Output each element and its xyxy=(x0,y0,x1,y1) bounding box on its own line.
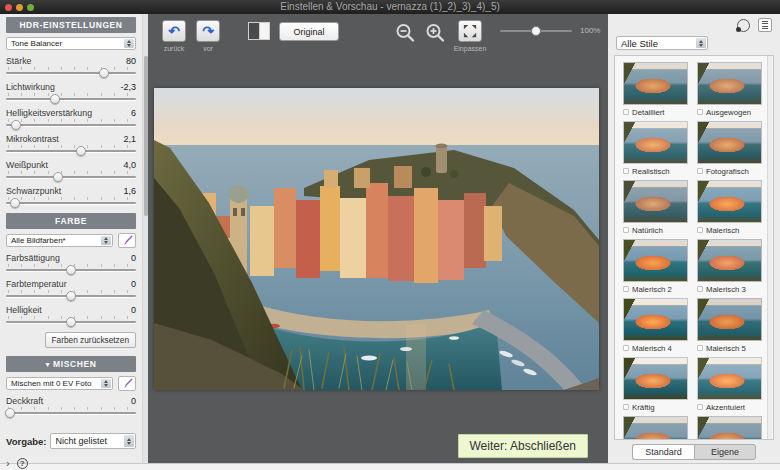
reset-colors-button[interactable]: Farben zurücksetzen xyxy=(45,332,136,348)
preset-detailliert[interactable]: Detailliert xyxy=(623,62,688,117)
preset-natuerlich[interactable]: Natürlich xyxy=(623,180,688,235)
preset-partial[interactable] xyxy=(623,416,688,440)
preset-malerisch[interactable]: Malerisch xyxy=(697,180,762,235)
slider-mikrokontrast: Mikrokontrast2,1 xyxy=(6,134,136,155)
preset-checkbox[interactable] xyxy=(623,227,629,233)
preset-thumbnail xyxy=(697,416,762,440)
window-title: Einstellen & Vorschau - vernazza (1)_2)_… xyxy=(0,0,780,14)
color-scope-select[interactable]: Alle Bildfarben* xyxy=(6,234,113,247)
slider-knob[interactable] xyxy=(10,198,20,208)
preset-checkbox[interactable] xyxy=(623,345,629,351)
preset-thumbnail xyxy=(697,357,762,400)
original-button[interactable]: Original xyxy=(279,22,339,41)
slider-knob[interactable] xyxy=(11,120,21,130)
preset-partial[interactable] xyxy=(697,416,762,440)
color-brush-button[interactable] xyxy=(118,233,136,248)
blend-select[interactable]: Mischen mit 0 EV Foto xyxy=(6,377,113,390)
preset-malerisch-4[interactable]: Malerisch 4 xyxy=(623,298,688,353)
preset-thumbnail xyxy=(623,239,688,282)
preset-checkbox[interactable] xyxy=(623,168,629,174)
slider-helligkeitsverstaerkung: Helligkeitsverstärkung6 xyxy=(6,108,136,129)
slider-knob[interactable] xyxy=(50,94,60,104)
slider-track[interactable] xyxy=(6,67,136,77)
undo-icon: ↶ xyxy=(168,24,180,38)
slider-deckkraft: Deckkraft0 xyxy=(6,396,136,417)
preset-thumbnail xyxy=(623,62,688,105)
tab-eigene[interactable]: Eigene xyxy=(694,444,756,460)
vorgabe-select[interactable]: Nicht gelistet xyxy=(50,433,136,449)
slider-track[interactable] xyxy=(6,290,136,300)
slider-schwarzpunkt: Schwarzpunkt1,6 xyxy=(6,186,136,207)
preset-thumbnail xyxy=(623,357,688,400)
preset-thumbnail xyxy=(697,180,762,223)
tab-standard[interactable]: Standard xyxy=(632,444,694,460)
preset-kraeftig[interactable]: Kräftig xyxy=(623,357,688,412)
slider-track[interactable] xyxy=(6,145,136,155)
farbe-header: FARBE xyxy=(6,213,136,229)
preset-checkbox[interactable] xyxy=(697,109,703,115)
split-preview-icon[interactable] xyxy=(737,19,750,32)
slider-staerke: Stärke80 xyxy=(6,56,136,77)
hdr-settings-header: HDR-EINSTELLUNGEN xyxy=(6,17,136,33)
preset-list-scrollbar[interactable] xyxy=(767,56,772,439)
slider-track[interactable] xyxy=(6,264,136,274)
preset-checkbox[interactable] xyxy=(697,227,703,233)
preset-checkbox[interactable] xyxy=(697,404,703,410)
photo-preview[interactable] xyxy=(154,88,599,390)
preset-checkbox[interactable] xyxy=(623,404,629,410)
preset-thumbnail xyxy=(623,121,688,164)
blend-brush-button[interactable] xyxy=(118,376,136,391)
preset-malerisch-3[interactable]: Malerisch 3 xyxy=(697,239,762,294)
tone-method-select[interactable]: Tone Balancer xyxy=(6,37,136,50)
next-finish-button[interactable]: Weiter: Abschließen xyxy=(458,434,589,458)
slider-track[interactable] xyxy=(6,119,136,129)
compare-before-after-icon[interactable] xyxy=(248,22,270,40)
preset-fotografisch[interactable]: Fotografisch xyxy=(697,121,762,176)
slider-knob[interactable] xyxy=(76,146,86,156)
preset-checkbox[interactable] xyxy=(697,286,703,292)
preset-checkbox[interactable] xyxy=(697,168,703,174)
slider-lichtwirkung: Lichtwirkung-2,3 xyxy=(6,82,136,103)
help-icon[interactable]: ? xyxy=(17,458,28,469)
preview-area: ↶ zurück ↷ vor Original xyxy=(148,14,608,463)
zoom-slider-knob[interactable] xyxy=(531,26,541,36)
preset-thumbnail xyxy=(697,121,762,164)
brush-icon xyxy=(120,378,134,389)
slider-track[interactable] xyxy=(6,407,136,417)
slider-knob[interactable] xyxy=(53,172,63,182)
preset-akzentuiert[interactable]: Akzentuiert xyxy=(697,357,762,412)
preset-malerisch-5[interactable]: Malerisch 5 xyxy=(697,298,762,353)
slider-knob[interactable] xyxy=(99,68,109,78)
preset-malerisch-2[interactable]: Malerisch 2 xyxy=(623,239,688,294)
blend-select-value: Mischen mit 0 EV Foto xyxy=(11,379,91,388)
slider-track[interactable] xyxy=(6,316,136,326)
fit-to-window-button[interactable] xyxy=(458,20,482,42)
preset-checkbox[interactable] xyxy=(623,109,629,115)
slider-knob[interactable] xyxy=(66,265,76,275)
preset-realistisch[interactable]: Realistisch xyxy=(623,121,688,176)
zoom-level-slider[interactable] xyxy=(500,30,572,32)
styles-panel: Alle Stile Detailliert Ausgewogen Rea xyxy=(608,14,780,463)
styles-filter-select[interactable]: Alle Stile xyxy=(616,36,708,50)
undo-button[interactable]: ↶ xyxy=(162,20,186,42)
slider-knob[interactable] xyxy=(66,317,76,327)
vorgabe-value: Nicht gelistet xyxy=(55,436,107,446)
slider-track[interactable] xyxy=(6,171,136,181)
slider-knob[interactable] xyxy=(5,408,15,418)
slider-knob[interactable] xyxy=(66,291,76,301)
list-view-icon[interactable] xyxy=(758,18,772,32)
zoom-in-icon[interactable] xyxy=(424,22,446,44)
redo-button[interactable]: ↷ xyxy=(196,20,220,42)
disclosure-chevron-icon[interactable]: › xyxy=(6,457,10,469)
preset-checkbox[interactable] xyxy=(623,286,629,292)
slider-track[interactable] xyxy=(6,197,136,207)
chevron-down-icon[interactable]: ▾ xyxy=(45,360,50,369)
preset-checkbox[interactable] xyxy=(697,345,703,351)
slider-track[interactable] xyxy=(6,93,136,103)
zoom-out-icon[interactable] xyxy=(394,22,416,44)
preset-ausgewogen[interactable]: Ausgewogen xyxy=(697,62,762,117)
app-window: Einstellen & Vorschau - vernazza (1)_2)_… xyxy=(0,0,780,470)
slider-farbsaettigung: Farbsättigung0 xyxy=(6,253,136,274)
vorgabe-label: Vorgabe: xyxy=(6,436,46,447)
undo-button-label: zurück xyxy=(156,45,192,52)
